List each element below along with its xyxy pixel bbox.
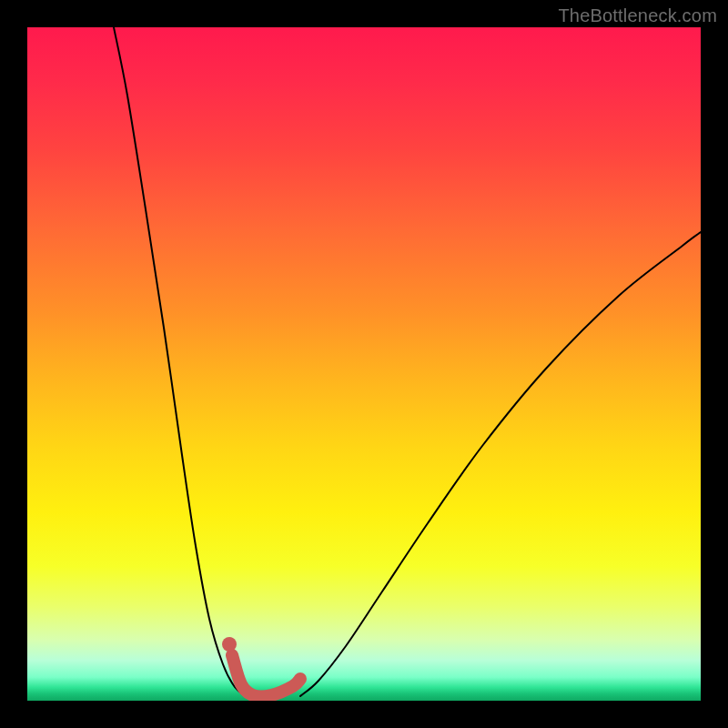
curve-trough-highlight xyxy=(232,655,300,696)
watermark-text: TheBottleneck.com xyxy=(558,5,717,26)
curve-right-branch xyxy=(300,232,701,696)
chart-svg xyxy=(27,27,701,701)
chart-plot-area xyxy=(27,27,701,701)
curve-left-branch xyxy=(114,27,246,696)
trough-start-dot xyxy=(222,637,237,652)
